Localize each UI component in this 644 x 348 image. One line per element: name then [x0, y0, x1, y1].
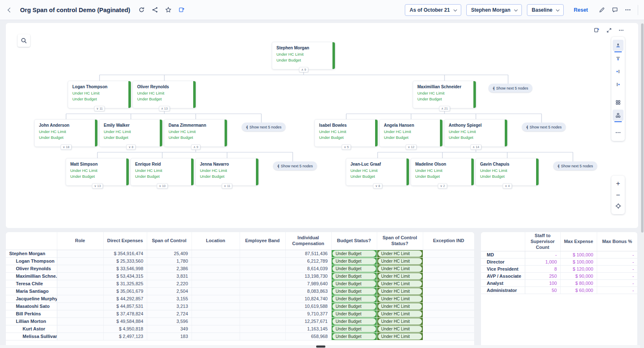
- org-node[interactable]: Gavin ChapuisUnder HC LimitUnder Budget∨…: [476, 159, 539, 185]
- horizontal-scrollbar-thumb[interactable]: [316, 345, 325, 348]
- vertical-scrollbar[interactable]: [640, 20, 644, 348]
- zoom-in-button[interactable]: +: [613, 177, 624, 189]
- employee-name-cell[interactable]: Oliver Reynolds: [6, 265, 57, 272]
- org-node-expand-toggle[interactable]: ∨ 4: [503, 183, 512, 189]
- vertical-scrollbar-thumb[interactable]: [641, 23, 644, 233]
- ellipsis-icon[interactable]: [618, 27, 625, 34]
- employee-name-cell[interactable]: Melissa Sullivan: [6, 333, 57, 340]
- org-node[interactable]: Anthony SpiegelUnder HC LimitUnder Budge…: [445, 120, 507, 146]
- org-node[interactable]: Oliver ReynoldsUnder HC LimitUnder Budge…: [133, 81, 196, 108]
- scenario-dropdown[interactable]: Baseline: [527, 4, 564, 16]
- role-name-cell: Vice President: [481, 266, 525, 273]
- max-expense-cell: $ 100,000: [560, 251, 597, 258]
- employee-name-cell[interactable]: Teresa Chile: [6, 280, 57, 287]
- zoom-controls: + −: [611, 176, 625, 214]
- org-node-name: Jenna Navarro: [200, 162, 252, 166]
- org-node-expand-toggle[interactable]: ∨ 2: [438, 183, 447, 189]
- org-node-status-bar: [536, 159, 539, 185]
- org-node[interactable]: Dana ZimmermannUnder HC LimitUnder Budge…: [164, 120, 227, 146]
- org-node-expand-toggle[interactable]: ∨ 12: [406, 144, 417, 150]
- org-node-expand-toggle[interactable]: ∨ 13: [92, 183, 103, 189]
- org-node[interactable]: Angela HansenUnder HC LimitUnder Budget∨…: [380, 120, 442, 146]
- employee-name-cell[interactable]: Maximillian Schne...: [6, 272, 57, 280]
- org-node-expand-toggle[interactable]: ∧ 9: [299, 67, 308, 72]
- org-node[interactable]: John AndersonUnder HC LimitUnder Budget∨…: [35, 120, 97, 146]
- copy-plus-icon[interactable]: [593, 26, 601, 34]
- employee-name-cell[interactable]: Masatoshi Sato: [6, 302, 57, 310]
- org-node[interactable]: Logan ThompsonUnder HC LimitUnder Budget…: [68, 81, 131, 108]
- org-node-expand-toggle[interactable]: ∨ 8: [373, 183, 382, 189]
- employee-name-cell[interactable]: Lillian Morton: [6, 317, 57, 325]
- employee-name-cell[interactable]: Logan Thompson: [6, 257, 57, 265]
- org-node-expand-toggle[interactable]: ∨ 5: [342, 144, 351, 150]
- employee-name-cell[interactable]: Kurt Astor: [6, 325, 57, 333]
- table-row: Jacqueline Murphy$ 44,292,8573,15510,824…: [6, 295, 474, 302]
- show-next-nodes-button[interactable]: ›|Show next 5 nodes: [553, 161, 597, 170]
- org-node-expand-toggle[interactable]: ∧ 9: [191, 144, 200, 150]
- employee-name-cell[interactable]: Bill Perkins: [6, 310, 57, 317]
- org-node-expand-toggle[interactable]: ∧ 13: [159, 106, 170, 111]
- reset-button[interactable]: Reset: [571, 7, 590, 13]
- org-node-budget-status: Under Budget: [417, 97, 469, 101]
- budget-status-cell: Under Budget: [331, 302, 377, 310]
- org-node-expand-toggle[interactable]: ∨ 11: [222, 183, 232, 189]
- share-icon[interactable]: [151, 6, 159, 14]
- align-right-icon[interactable]: [613, 66, 624, 77]
- org-node[interactable]: Stephen MorganUnder HC LimitUnder Budget…: [272, 42, 335, 69]
- show-next-nodes-button[interactable]: ›|Show next 5 nodes: [522, 123, 566, 131]
- copy-plus-icon[interactable]: [178, 6, 186, 14]
- org-node-expand-toggle[interactable]: ∨ 10: [157, 183, 168, 189]
- topbar-right: As of October 21 Stephen Morgan Baseline…: [405, 4, 638, 16]
- role-cell: [57, 265, 103, 272]
- employee-band-cell: [240, 333, 285, 340]
- employee-name-cell[interactable]: Jacqueline Murphy: [6, 295, 57, 302]
- org-node[interactable]: Maximillian SchneiderUnder HC LimitUnder…: [413, 81, 476, 108]
- grid-layout-icon[interactable]: [613, 97, 624, 108]
- org-node-expand-toggle[interactable]: ∨ 8: [126, 144, 135, 150]
- search-icon[interactable]: [18, 34, 30, 47]
- comment-icon[interactable]: [611, 6, 619, 14]
- chevron-down-icon: [453, 8, 457, 11]
- refresh-icon[interactable]: [138, 6, 146, 14]
- org-layout-condensed-icon[interactable]: [613, 53, 624, 64]
- person-filter-dropdown[interactable]: Stephen Morgan: [466, 4, 522, 16]
- pencil-icon[interactable]: [598, 6, 606, 14]
- org-node[interactable]: Jean-Luc GraafUnder HC LimitUnder Budget…: [346, 159, 409, 185]
- org-node-status-bar: [473, 81, 476, 108]
- ellipsis-icon[interactable]: [624, 6, 632, 14]
- org-node-expand-toggle[interactable]: ∧ 21: [439, 106, 450, 111]
- max-bonus-cell: -: [597, 287, 637, 294]
- org-node-expand-toggle[interactable]: ∨ 11: [94, 106, 105, 111]
- star-icon[interactable]: [164, 6, 172, 14]
- employee-name-cell[interactable]: Maria Santiago: [6, 287, 57, 295]
- org-node[interactable]: Enrique ReidUnder HC LimitUnder Budget∨ …: [131, 159, 194, 185]
- show-next-nodes-button[interactable]: ›|Show next 5 nodes: [242, 123, 286, 131]
- soc-status-badge: Under HC Limit: [378, 296, 422, 302]
- column-header: Location: [192, 232, 240, 250]
- horizontal-scrollbar[interactable]: [0, 345, 640, 348]
- individual-compensation-cell: 7,989,640: [285, 280, 331, 287]
- as-of-date-dropdown[interactable]: As of October 21: [405, 4, 461, 16]
- show-next-nodes-button[interactable]: ›|Show next 5 nodes: [273, 161, 317, 170]
- show-next-nodes-button[interactable]: ›|Show next 5 nodes: [488, 84, 532, 92]
- org-node-expand-toggle[interactable]: ∧ 14: [470, 144, 481, 150]
- more-options-icon[interactable]: [613, 127, 624, 138]
- expand-icon[interactable]: [606, 27, 613, 34]
- org-node[interactable]: Madeline OlsonUnder HC LimitUnder Budget…: [411, 159, 474, 185]
- org-node[interactable]: Emily WalkerUnder HC LimitUnder Budget∨ …: [100, 120, 162, 146]
- org-node-expand-toggle[interactable]: ∨ 18: [61, 144, 72, 150]
- tree-grid-layout-icon[interactable]: [613, 110, 624, 121]
- org-node[interactable]: Jenna NavarroUnder HC LimitUnder Budget∨…: [196, 159, 258, 185]
- org-layout-person-icon[interactable]: [613, 40, 624, 51]
- align-left-icon[interactable]: [613, 79, 624, 90]
- org-node[interactable]: Isabel BowlesUnder HC LimitUnder Budget∨…: [315, 120, 378, 146]
- scenario-label: Baseline: [532, 7, 552, 13]
- employee-name-cell[interactable]: Stephen Morgan: [6, 250, 57, 257]
- org-node[interactable]: Matt SimpsonUnder HC LimitUnder Budget∨ …: [66, 159, 129, 185]
- org-node-budget-status: Under Budget: [137, 97, 189, 101]
- center-target-icon[interactable]: [613, 201, 624, 212]
- org-node-hc-status: Under HC Limit: [417, 91, 469, 95]
- back-button[interactable]: [6, 8, 13, 13]
- individual-compensation-cell: 8,083,863: [285, 287, 331, 295]
- zoom-out-button[interactable]: −: [613, 189, 624, 201]
